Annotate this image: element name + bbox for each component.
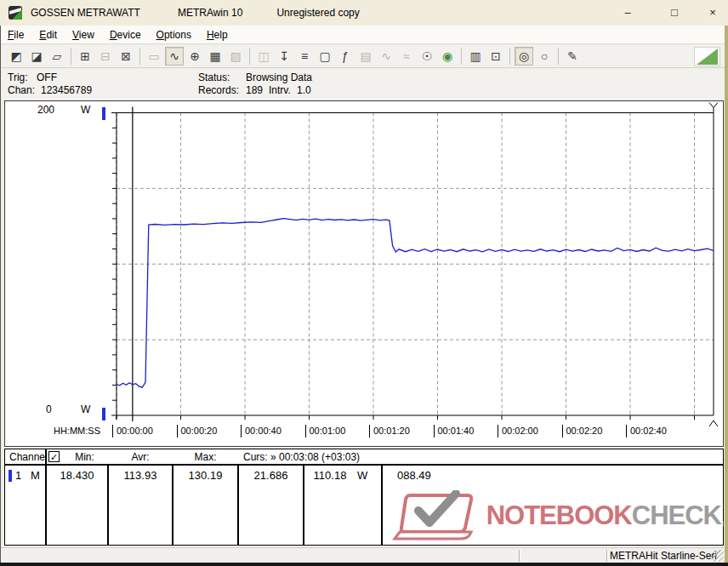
channel-settings-button[interactable]: ≡ [295, 47, 314, 66]
y-axis-min-label: 0 [46, 403, 52, 415]
channel-color-swatch [9, 470, 12, 482]
interval-value: 1.0 [297, 84, 311, 96]
export-data-button[interactable]: ↧ [275, 47, 293, 66]
records-value: 189 [246, 84, 263, 96]
app-icon [8, 5, 23, 20]
time-sync-button[interactable]: ☉ [418, 47, 436, 66]
zoom-value-button[interactable]: ○ [535, 47, 554, 66]
col-header-max[interactable]: Max: [173, 451, 238, 464]
value-avr: 113.93 [109, 469, 172, 482]
value-cursor2-unit: W [357, 469, 374, 482]
x-tick-label: 00:00:00 [112, 425, 153, 437]
table-grid-line [45, 449, 47, 464]
toolbar-separator [71, 48, 71, 65]
trigger-value: OFF [37, 71, 57, 83]
y-range-top-marker [102, 107, 105, 120]
status-value: Browsing Data [246, 71, 312, 83]
save-file-button[interactable]: ◩ [7, 47, 26, 66]
x-tick-label: 00:01:00 [305, 425, 346, 437]
titlebar-app-name: GOSSEN METRAWATT [31, 7, 140, 19]
channels-label: Chan: [8, 84, 35, 96]
menu-device[interactable]: Device [102, 26, 149, 43]
device-config-button: ▤ [356, 47, 375, 66]
table-grid-line [381, 466, 383, 545]
power-trace [117, 219, 714, 388]
toolbar-separator [461, 48, 462, 65]
menu-help[interactable]: Help [199, 26, 236, 43]
cursor-2-top-marker[interactable] [709, 103, 718, 113]
analog-output-button: ∿ [377, 47, 395, 66]
window-left-edge [0, 26, 1, 563]
value-max: 130.19 [173, 469, 237, 482]
menu-view[interactable]: View [65, 26, 102, 43]
col-header-avr[interactable]: Avr: [108, 451, 173, 464]
open-file-button[interactable]: ▱ [48, 47, 66, 66]
laptop-check-icon [391, 490, 486, 541]
title-bar[interactable]: GOSSEN METRAWATT METRAwin 10 Unregistere… [0, 0, 728, 26]
channel-number[interactable]: 1 [15, 469, 27, 482]
y-axis-unit-top: W [81, 104, 90, 116]
notebookcheck-watermark: NOTEBOOKCHECK [391, 490, 721, 541]
chart-display-button[interactable]: ∿ [165, 47, 184, 66]
x-tick-label: 00:02:00 [498, 425, 538, 437]
interval-label: Intrv. [269, 84, 291, 96]
x-tick-label: 00:01:40 [434, 425, 475, 437]
channels-value: 123456789 [41, 84, 92, 96]
zoom-time-button[interactable]: ◎ [515, 47, 533, 66]
print-button[interactable]: ⊡ [486, 47, 505, 66]
toolbar-separator [139, 48, 140, 65]
trigger-label: Trig: [8, 71, 28, 83]
chart-plot[interactable] [5, 101, 725, 448]
menu-file[interactable]: File [1, 26, 31, 43]
value-min: 18.430 [47, 469, 107, 482]
save-file-as-button[interactable]: ◪ [27, 47, 46, 66]
copy-button: ◫ [254, 47, 273, 66]
connected-device-name: METRAHit Starline-Seri [610, 550, 717, 562]
watermark-text-primary: NOTEBOOK [486, 500, 632, 530]
acquisition-info-panel: Trig: OFF Chan: 123456789 Status: Browsi… [1, 69, 725, 100]
col-header-min[interactable]: Min: [61, 451, 108, 464]
maximize-button[interactable]: □ [664, 3, 685, 22]
cursor-display-button[interactable]: ⊕ [185, 47, 204, 66]
window-bottom-edge [0, 563, 728, 566]
menu-options[interactable]: Options [149, 26, 199, 43]
table-display-button[interactable]: ▦ [206, 47, 225, 66]
print-preview-button[interactable]: ▥ [466, 47, 485, 66]
status-bar: METRAHit Starline-Seri [1, 547, 725, 563]
resize-grip[interactable] [712, 550, 724, 562]
device-memory-button[interactable]: ⊠ [117, 47, 135, 66]
cursor-2-bottom-marker[interactable] [709, 420, 718, 426]
metrawin-window: { "window": { "app_name": "GOSSEN METRAW… [0, 0, 728, 566]
formula-button[interactable]: ƒ [336, 47, 355, 66]
menu-edit[interactable]: Edit [31, 26, 65, 43]
channel-mode: M [31, 469, 44, 482]
histogram-display-button: ▨ [226, 47, 245, 66]
value-cursor1: 21.686 [239, 469, 303, 482]
chart-panel: 200 W 0 W HH:MM:SS 00:00:0000:00:2000:00… [4, 100, 724, 447]
minimize-button[interactable]: – [617, 3, 638, 22]
toolbar: ◩◪▱⊞⊟⊠▭∿⊕▦▨◫↧≡▢ƒ▤∿≈☉◉▥⊡◎○✎ [1, 45, 725, 68]
comment-button[interactable]: ✎ [563, 47, 582, 66]
col-header-channel: Channel: [9, 451, 47, 464]
status-label: Status: [198, 71, 230, 83]
value-cursor-delta: 088.49 [397, 469, 448, 482]
y-axis-unit-bottom: W [81, 403, 90, 415]
channel-visible-checkbox[interactable]: ✓ [48, 451, 60, 462]
table-header-divider [5, 464, 723, 466]
x-tick-label: 00:02:40 [626, 425, 667, 437]
x-axis-format-label: HH:MM:SS [54, 425, 100, 437]
titlebar-license-status: Unregistered copy [276, 7, 359, 19]
x-tick-label: 00:00:20 [177, 425, 218, 437]
col-header-cursors[interactable]: Curs: » 00:03:08 (+03:03) [243, 451, 498, 464]
read-from-device-button[interactable]: ⊞ [76, 47, 94, 66]
x-tick-label: 00:02:20 [562, 425, 603, 437]
green-triangle-icon [695, 48, 719, 66]
records-label: Records: [198, 84, 239, 96]
close-button[interactable]: × [702, 3, 723, 22]
measurement-table: Channel: ✓ Min: Avr: Max: Curs: » 00:03:… [4, 449, 724, 546]
display-settings-button[interactable]: ▢ [316, 47, 334, 66]
trigger-button[interactable]: ◉ [438, 47, 457, 66]
filter-button: ≈ [397, 47, 416, 66]
watermark-text-secondary: CHECK [632, 500, 721, 530]
x-tick-label: 00:00:40 [241, 425, 282, 437]
